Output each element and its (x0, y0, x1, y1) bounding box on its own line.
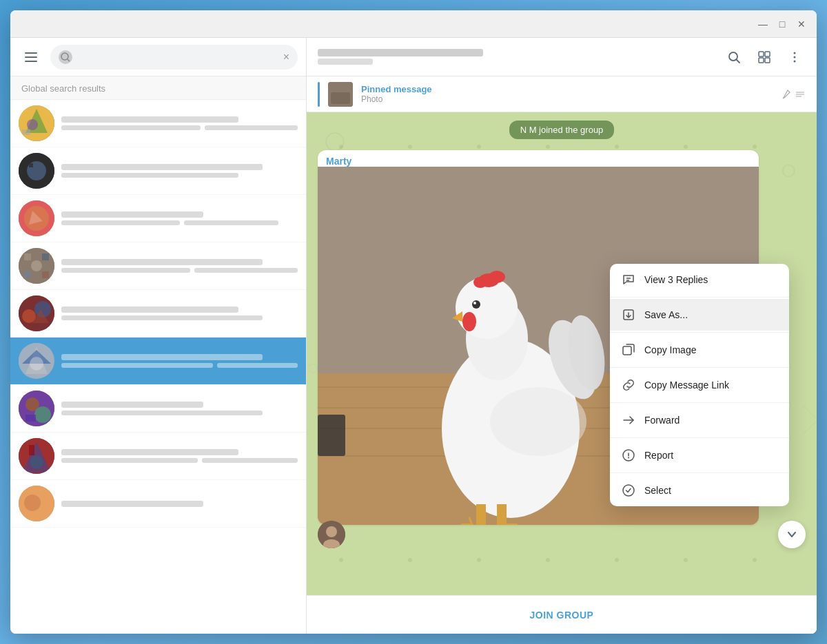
view-toggle-button[interactable] (753, 46, 775, 68)
more-options-button[interactable] (784, 46, 806, 68)
pinned-actions (779, 88, 806, 101)
list-item[interactable] (10, 385, 306, 433)
svg-point-53 (309, 364, 318, 373)
context-menu-item-report[interactable]: Report (610, 439, 789, 471)
list-item[interactable] (10, 100, 306, 147)
app-window: — □ ✕ (10, 10, 817, 634)
item-title-blur (61, 449, 238, 455)
context-item-label: View 3 Replies (644, 274, 708, 285)
close-button[interactable]: ✕ (795, 17, 808, 31)
context-divider (610, 332, 789, 333)
list-item[interactable] (10, 290, 306, 337)
svg-point-50 (326, 133, 343, 150)
item-subtitle-blur (61, 363, 213, 368)
maximize-button[interactable]: □ (775, 17, 789, 31)
context-menu-item-copy-message-link[interactable]: Copy Message Link (610, 369, 789, 401)
scroll-to-bottom-button[interactable] (778, 521, 806, 548)
list-item[interactable] (10, 433, 306, 480)
pinned-label: Pinned message (361, 84, 771, 94)
select-icon (621, 483, 636, 498)
svg-rect-46 (331, 92, 350, 104)
avatar (19, 200, 54, 236)
svg-point-93 (623, 485, 634, 496)
copy-link-icon (621, 377, 636, 393)
list-item[interactable] (10, 147, 306, 195)
chat-subtitle (318, 59, 716, 65)
context-menu-item-save-as[interactable]: Save As... (610, 299, 789, 331)
list-item[interactable] (10, 337, 306, 385)
svg-point-17 (31, 260, 42, 271)
svg-point-84 (326, 526, 337, 537)
context-divider (610, 437, 789, 438)
list-item[interactable] (10, 195, 306, 242)
title-bar-controls: — □ ✕ (756, 17, 808, 31)
item-content (61, 307, 298, 320)
list-item[interactable] (10, 242, 306, 290)
svg-point-4 (27, 119, 38, 130)
context-menu-item-select[interactable]: Select (610, 475, 789, 506)
avatar (19, 486, 54, 521)
search-input[interactable] (78, 52, 278, 63)
svg-point-32 (30, 455, 43, 469)
svg-rect-89 (623, 346, 631, 355)
header-subtitle-blur (318, 59, 373, 65)
search-bar[interactable]: × (50, 45, 298, 70)
item-title-blur (61, 211, 203, 218)
item-subtitle-blur (61, 315, 263, 320)
svg-point-25 (30, 357, 43, 371)
title-bar: — □ ✕ (10, 10, 817, 38)
context-divider (610, 472, 789, 473)
svg-point-0 (61, 53, 68, 60)
svg-point-44 (794, 60, 796, 62)
svg-rect-39 (765, 52, 770, 56)
chat-header (307, 38, 817, 76)
svg-point-28 (34, 406, 51, 423)
context-divider (610, 402, 789, 403)
svg-point-72 (473, 277, 487, 288)
message-sender: Marty (318, 150, 759, 167)
join-group-button[interactable]: JOIN GROUP (530, 610, 594, 621)
pinned-thumbnail (328, 82, 353, 107)
context-menu-item-copy-image[interactable]: Copy Image (610, 334, 789, 366)
item-content (61, 259, 298, 273)
main-content: × Global search results (10, 38, 817, 634)
svg-rect-77 (476, 504, 486, 525)
item-subtitle-blur-2 (184, 220, 278, 225)
context-menu-item-forward[interactable]: Forward (610, 404, 789, 436)
item-title-blur (61, 164, 263, 170)
item-subtitle-blur (61, 458, 198, 463)
minimize-button[interactable]: — (756, 17, 770, 31)
item-subtitle-blur-2 (205, 125, 298, 130)
pin-list-icon[interactable] (779, 88, 806, 101)
list-item[interactable] (10, 480, 306, 528)
sidebar-header: × (10, 38, 306, 76)
item-content (61, 116, 298, 130)
context-item-label: Report (644, 450, 673, 461)
item-content (61, 501, 298, 507)
search-clear-button[interactable]: × (283, 51, 289, 63)
item-subtitle-blur (61, 125, 201, 130)
svg-line-37 (737, 60, 739, 63)
chat-header-info (318, 49, 716, 65)
item-subtitle-blur (61, 411, 263, 415)
context-item-label: Copy Image (644, 344, 696, 355)
search-avatar (59, 50, 72, 64)
svg-rect-33 (29, 445, 34, 455)
context-divider (610, 297, 789, 298)
item-subtitle-blur-2 (217, 363, 298, 368)
pinned-message-bar[interactable]: Pinned message Photo (307, 76, 817, 112)
context-menu-item-view-replies[interactable]: View 3 Replies (610, 264, 789, 295)
search-chat-button[interactable] (723, 46, 745, 68)
item-subtitle-blur-2 (202, 458, 298, 463)
svg-point-36 (729, 52, 737, 61)
user-avatar (318, 521, 345, 548)
hamburger-menu-button[interactable] (19, 45, 43, 70)
hamburger-line-1 (25, 52, 37, 54)
join-notification: N M joined the group (509, 121, 615, 139)
item-content (61, 402, 298, 415)
svg-point-42 (794, 52, 796, 54)
item-subtitle-blur-2 (194, 268, 298, 273)
context-menu: View 3 Replies Save As... (610, 264, 789, 506)
chat-bottom-bar: JOIN GROUP (307, 595, 817, 634)
header-title-blur (318, 49, 483, 56)
